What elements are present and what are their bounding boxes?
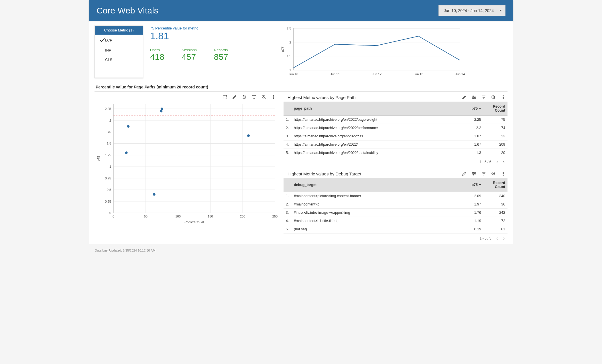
metric-option-label: INP <box>105 48 111 52</box>
page-path-toolbar <box>460 94 507 102</box>
sort-desc-icon <box>479 108 481 109</box>
pager-next[interactable]: › <box>503 159 505 165</box>
col-p75[interactable]: p75 <box>463 178 483 192</box>
row-index: 4. <box>284 141 292 149</box>
col-debug-target[interactable]: debug_target <box>292 178 463 192</box>
svg-point-80 <box>503 175 503 175</box>
row-count: 61 <box>483 225 507 234</box>
edit-icon[interactable] <box>462 95 467 100</box>
pager-next[interactable]: › <box>503 236 505 241</box>
svg-text:2.5: 2.5 <box>287 27 291 30</box>
tune-icon[interactable] <box>471 171 477 176</box>
zoom-icon[interactable] <box>491 171 496 176</box>
row-count: 20 <box>483 149 507 157</box>
p75-trend-chart: 11.522.5Jun 10Jun 11Jun 12Jun 13Jun 14p7… <box>235 25 507 78</box>
zoom-icon[interactable] <box>261 94 266 100</box>
table-row[interactable]: 4.#maincontent>h1.title.title-lg1.1972 <box>284 217 507 225</box>
svg-point-63 <box>161 108 163 110</box>
table-row[interactable]: 2.https://almanac.httparchive.org/en/202… <box>284 124 507 132</box>
edit-icon[interactable] <box>232 94 237 100</box>
more-vert-icon[interactable] <box>271 94 276 100</box>
svg-text:150: 150 <box>208 215 213 218</box>
debug-target-table-title: Highest Metric values by Debug Target <box>284 170 361 178</box>
table-row[interactable]: 3.https://almanac.httparchive.org/en/202… <box>284 132 507 141</box>
select-area-icon[interactable] <box>222 94 227 100</box>
svg-point-74 <box>473 172 474 173</box>
row-index: 2. <box>284 124 292 132</box>
svg-point-18 <box>245 97 246 98</box>
row-path: https://almanac.httparchive.org/en/2022/… <box>292 116 463 124</box>
pager-prev[interactable]: ‹ <box>496 236 498 241</box>
svg-text:0.25: 0.25 <box>105 200 111 203</box>
svg-point-71 <box>503 95 503 96</box>
svg-text:0: 0 <box>113 215 114 218</box>
svg-text:1: 1 <box>109 165 111 168</box>
page-path-table-block: Highest Metric values by Page Path <box>284 94 507 165</box>
metric-selector: Choose Metric (1) LCP INP CLS <box>95 25 143 78</box>
col-page-path[interactable]: page_path <box>292 102 463 116</box>
svg-point-60 <box>127 125 129 128</box>
col-record-count[interactable]: Record Count <box>483 178 507 192</box>
scatter-toolbar <box>95 94 278 101</box>
svg-text:200: 200 <box>240 215 245 218</box>
table-row[interactable]: 5.https://almanac.httparchive.org/en/202… <box>284 149 507 157</box>
more-vert-icon[interactable] <box>501 171 506 176</box>
row-count: 75 <box>483 116 507 124</box>
svg-text:1.75: 1.75 <box>105 130 111 134</box>
col-p75[interactable]: p75 <box>463 102 483 116</box>
page-path-table-title: Highest Metric values by Page Path <box>284 94 356 102</box>
filter-icon[interactable] <box>251 94 257 100</box>
users-label: Users <box>150 48 164 52</box>
svg-text:50: 50 <box>144 215 147 218</box>
svg-text:1: 1 <box>289 68 291 72</box>
svg-point-59 <box>125 151 128 154</box>
filter-icon[interactable] <box>481 171 486 176</box>
page-path-pager: 1 - 5 / 6 ‹ › <box>284 157 507 165</box>
table-row[interactable]: 2.#maincontent>p1.9736 <box>284 200 507 209</box>
svg-text:Jun 10: Jun 10 <box>289 72 298 76</box>
table-row[interactable]: 5.(not set)0.1961 <box>284 225 507 234</box>
row-p75: 1.76 <box>463 209 483 217</box>
sessions-label: Sessions <box>182 48 197 52</box>
svg-point-76 <box>473 174 474 175</box>
metric-option-cls[interactable]: CLS <box>95 55 143 64</box>
row-index: 2. <box>284 200 292 209</box>
svg-text:0: 0 <box>109 211 111 215</box>
table-row[interactable]: 4.https://almanac.httparchive.org/en/202… <box>284 141 507 149</box>
footer-updated: Data Last Updated: 6/15/2024 10:12:50 AM <box>89 247 513 256</box>
row-path: https://almanac.httparchive.org/en/2022/… <box>292 132 463 141</box>
svg-text:0.5: 0.5 <box>107 188 111 191</box>
edit-icon[interactable] <box>462 171 467 176</box>
svg-text:250: 250 <box>272 215 278 218</box>
row-count: 209 <box>483 141 507 149</box>
debug-target-pager: 1 - 5 / 5 ‹ › <box>284 234 507 242</box>
row-p75: 2.09 <box>463 192 483 200</box>
svg-point-79 <box>503 173 503 174</box>
svg-text:2.25: 2.25 <box>105 107 111 110</box>
p75-value: 1.81 <box>150 30 228 41</box>
svg-point-68 <box>475 97 475 98</box>
kpi-block: 75 Percentile value for metric 1.81 User… <box>150 25 228 78</box>
row-index: 4. <box>284 217 292 225</box>
table-row[interactable]: 1.https://almanac.httparchive.org/en/202… <box>284 116 507 124</box>
col-record-count[interactable]: Record Count <box>483 102 507 116</box>
svg-point-64 <box>247 134 250 137</box>
more-vert-icon[interactable] <box>501 95 506 100</box>
table-row[interactable]: 1.#maincontent>picture>img.content-banne… <box>284 192 507 200</box>
tune-icon[interactable] <box>242 94 247 100</box>
svg-point-69 <box>473 98 474 99</box>
zoom-icon[interactable] <box>491 95 496 100</box>
filter-icon[interactable] <box>481 95 486 100</box>
svg-point-17 <box>243 96 244 96</box>
tune-icon[interactable] <box>471 95 477 100</box>
table-row[interactable]: 3.#intro>div.intro-image-wrapper>img1.76… <box>284 209 507 217</box>
page-path-table: page_path p75 Record Count 1.https://alm… <box>284 102 507 157</box>
metric-option-lcp[interactable]: LCP <box>95 35 143 46</box>
svg-point-21 <box>273 95 274 96</box>
svg-text:0.75: 0.75 <box>105 177 111 180</box>
pager-prev[interactable]: ‹ <box>496 159 498 165</box>
row-path: #maincontent>p <box>292 200 463 209</box>
svg-text:Jun 12: Jun 12 <box>372 72 381 76</box>
date-range-picker[interactable]: Jun 10, 2024 - Jun 14, 2024 <box>438 5 505 16</box>
metric-option-inp[interactable]: INP <box>95 46 143 55</box>
